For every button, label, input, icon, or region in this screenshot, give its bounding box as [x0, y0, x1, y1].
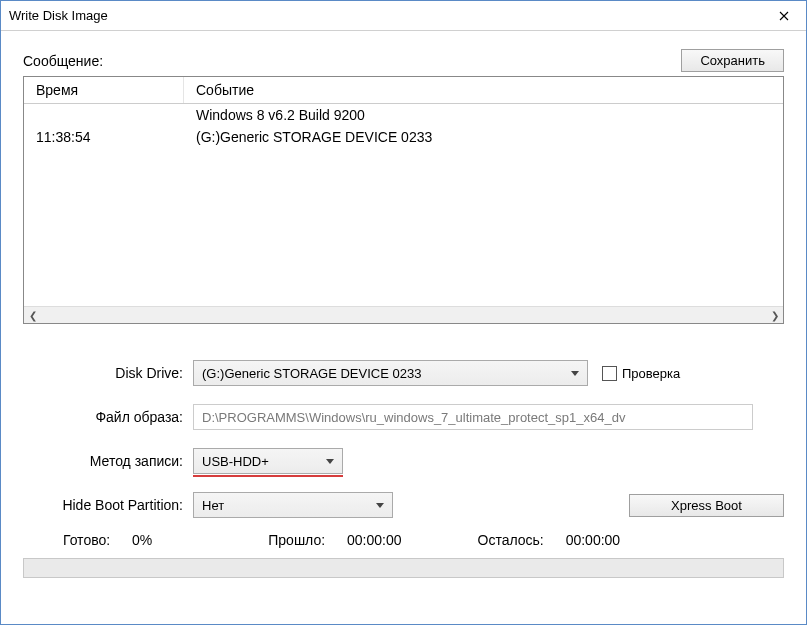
disk-drive-value: (G:)Generic STORAGE DEVICE 0233 [202, 366, 421, 381]
write-method-label: Метод записи: [23, 453, 193, 469]
disk-drive-label: Disk Drive: [23, 365, 193, 381]
write-method-combo[interactable]: USB-HDD+ [193, 448, 343, 474]
log-body: Windows 8 v6.2 Build 9200 11:38:54 (G:)G… [24, 104, 783, 306]
log-time: 11:38:54 [24, 126, 184, 148]
log-list: Время Событие Windows 8 v6.2 Build 9200 … [23, 76, 784, 324]
elapsed-value: 00:00:00 [347, 532, 402, 548]
verify-checkbox[interactable] [602, 366, 617, 381]
scroll-right-icon[interactable]: ❯ [766, 307, 783, 324]
message-label: Сообщение: [23, 53, 103, 69]
window-title: Write Disk Image [9, 8, 108, 23]
ready-label: Готово: [63, 532, 110, 548]
disk-drive-combo[interactable]: (G:)Generic STORAGE DEVICE 0233 [193, 360, 588, 386]
titlebar: Write Disk Image [1, 1, 806, 31]
elapsed-label: Прошло: [268, 532, 325, 548]
verify-label: Проверка [622, 366, 680, 381]
hide-boot-value: Нет [202, 498, 224, 513]
status-row: Готово: 0% Прошло: 00:00:00 Осталось: 00… [23, 532, 784, 548]
image-file-label: Файл образа: [23, 409, 193, 425]
remaining-label: Осталось: [478, 532, 544, 548]
image-file-value: D:\PROGRAMMS\Windows\ru_windows_7_ultima… [202, 410, 625, 425]
log-row[interactable]: Windows 8 v6.2 Build 9200 [24, 104, 783, 126]
close-icon [779, 11, 789, 21]
log-time [24, 104, 184, 126]
horizontal-scrollbar[interactable]: ❮ ❯ [24, 306, 783, 323]
hide-boot-label: Hide Boot Partition: [23, 497, 193, 513]
progress-bar [23, 558, 784, 578]
scroll-left-icon[interactable]: ❮ [24, 307, 41, 324]
scroll-track[interactable] [41, 307, 766, 323]
close-button[interactable] [761, 1, 806, 30]
save-button[interactable]: Сохранить [681, 49, 784, 72]
image-file-field[interactable]: D:\PROGRAMMS\Windows\ru_windows_7_ultima… [193, 404, 753, 430]
xpress-boot-button[interactable]: Xpress Boot [629, 494, 784, 517]
log-event: (G:)Generic STORAGE DEVICE 0233 [184, 126, 783, 148]
log-header-time[interactable]: Время [24, 77, 184, 103]
verify-checkbox-wrap[interactable]: Проверка [602, 366, 680, 381]
log-header-event[interactable]: Событие [184, 77, 783, 103]
log-header: Время Событие [24, 77, 783, 104]
hide-boot-combo[interactable]: Нет [193, 492, 393, 518]
remaining-value: 00:00:00 [566, 532, 621, 548]
write-method-value: USB-HDD+ [202, 454, 269, 469]
ready-value: 0% [132, 532, 152, 548]
log-row[interactable]: 11:38:54 (G:)Generic STORAGE DEVICE 0233 [24, 126, 783, 148]
log-event: Windows 8 v6.2 Build 9200 [184, 104, 783, 126]
